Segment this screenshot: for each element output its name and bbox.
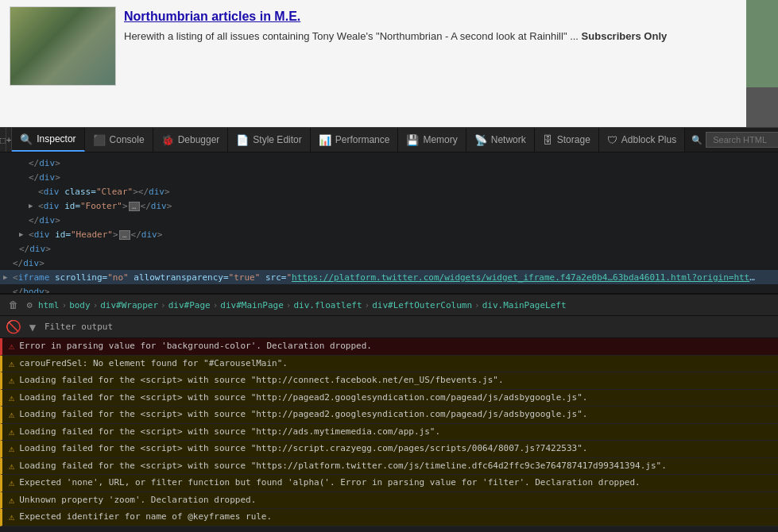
tab-inspector[interactable]: 🔍 Inspector (12, 128, 84, 152)
tab-console[interactable]: ⬛ Console (85, 128, 153, 152)
console-line: ⚠Loading failed for the <script> with so… (0, 407, 778, 424)
tab-style-editor-label: Style Editor (253, 134, 301, 145)
warn-icon: ⚠ (9, 511, 14, 522)
breadcrumb-sep: › (285, 300, 292, 310)
toolbar-plus-icon[interactable]: + (6, 128, 13, 152)
console-line: ⚠Expected 'none', URL, or filter functio… (0, 475, 778, 492)
filter-output-label: Filter output (45, 322, 113, 332)
html-line[interactable]: </body> (0, 284, 778, 294)
console-line-text: Loading failed for the <script> with sou… (19, 408, 587, 422)
tab-storage[interactable]: 🗄 Storage (535, 128, 599, 152)
article-text: Northumbrian articles in M.E. Herewith a… (124, 6, 667, 44)
arrow: ▶ (19, 230, 29, 238)
filter-icon-button[interactable]: ▼ (25, 320, 40, 334)
html-line-selected[interactable]: ▶ <iframe scrolling="no" allowtransparen… (0, 270, 778, 284)
breadcrumb-item-page[interactable]: div#Page (168, 300, 211, 310)
breadcrumb-sep: › (61, 300, 68, 310)
html-line[interactable]: </div> (0, 213, 778, 227)
html-line[interactable]: </div> (0, 241, 778, 256)
warn-icon: ⚠ (9, 409, 14, 420)
warn-icon: ⚠ (9, 477, 14, 488)
breadcrumb-sep: › (474, 300, 481, 310)
console-line: ⚠Expected identifier for name of @keyfra… (0, 509, 778, 526)
filter-bar: 🚫 ▼ Filter output (0, 316, 778, 338)
breadcrumb-sep: › (364, 300, 371, 310)
article-thumbnail (10, 6, 116, 86)
console-line-text: Loading failed for the <script> with sou… (19, 426, 440, 439)
console-line: ⚠Loading failed for the <script> with so… (0, 441, 778, 458)
console-line-text: Error in parsing value for 'background-c… (19, 340, 372, 353)
breadcrumb-item-floatleft[interactable]: div.floatleft (293, 300, 362, 310)
console-line: ⚠Loading failed for the <script> with so… (0, 390, 778, 407)
devtools-main: ⬚ + 🔍 Inspector ⬛ Console 🐞 Debugger 📄 S… (0, 127, 778, 532)
console-output[interactable]: ⚠Error in parsing value for 'background-… (0, 338, 778, 532)
collapsed-icon[interactable]: … (119, 230, 130, 240)
breadcrumb-sep: › (92, 300, 99, 310)
breadcrumb-trash-icon[interactable]: 🗑 (6, 299, 21, 310)
adblock-icon: 🛡 (607, 134, 617, 146)
console-line-text: Unknown property 'zoom'. Declaration dro… (19, 494, 256, 507)
tab-storage-label: Storage (557, 134, 590, 145)
tab-memory[interactable]: 💾 Memory (398, 128, 466, 152)
breadcrumb-item-leftoutercolumn[interactable]: div#LeftOuterColumn (372, 300, 472, 310)
breadcrumb-filter-icon[interactable]: ⚙ (22, 299, 37, 310)
console-line-text: Loading failed for the <script> with sou… (19, 442, 587, 456)
tab-network[interactable]: 📡 Network (466, 128, 535, 152)
html-line[interactable]: </div> (0, 156, 778, 170)
article-desc: Herewith a listing of all issues contain… (124, 29, 667, 44)
collapsed-icon[interactable]: … (129, 202, 140, 211)
article-title[interactable]: Northumbrian articles in M.E. (124, 10, 667, 24)
breadcrumb-item-html[interactable]: html (38, 300, 60, 310)
search-input[interactable] (706, 132, 778, 148)
right-panel-top (746, 0, 778, 87)
network-icon: 📡 (474, 134, 487, 146)
breadcrumb-item-mainpageleft[interactable]: div.MainPageLeft (482, 300, 567, 310)
article-description-text: Herewith a listing of all issues contain… (124, 30, 579, 42)
inspector-icon: 🔍 (20, 133, 33, 145)
warn-icon: ⚠ (9, 495, 14, 506)
warn-icon: ⚠ (9, 392, 14, 403)
tab-style-editor[interactable]: 📄 Style Editor (228, 128, 310, 152)
breadcrumb-sep: › (160, 300, 167, 310)
search-icon: 🔍 (691, 135, 703, 145)
console-line: ⚠carouFredSel: No element found for "#Ca… (0, 356, 778, 373)
article-card: Northumbrian articles in M.E. Herewith a… (0, 0, 676, 127)
breadcrumb-item-mainpage[interactable]: div#MainPage (220, 300, 283, 310)
warn-icon: ⚠ (9, 358, 14, 369)
console-line-text: Loading failed for the <script> with sou… (19, 391, 587, 405)
html-line[interactable]: ▶ <div id="Footer">…</div> (0, 199, 778, 213)
console-line-text: carouFredSel: No element found for "#Car… (19, 357, 288, 371)
console-line-text: Expected identifier for name of @keyfram… (19, 511, 272, 524)
tab-debugger[interactable]: 🐞 Debugger (153, 128, 229, 152)
console-line: ⚠Unknown property 'zoom'. Declaration dr… (0, 492, 778, 510)
console-line-text: Loading failed for the <script> with sou… (19, 374, 503, 387)
toolbar-inspect-icon[interactable]: ⬚ (0, 128, 6, 152)
warn-icon: ⚠ (9, 375, 14, 386)
right-panel (746, 0, 778, 127)
console-area: 🚫 ▼ Filter output ⚠Error in parsing valu… (0, 316, 778, 532)
arrow: ▶ (3, 273, 13, 281)
breadcrumb-item-wrapper[interactable]: div#Wrapper (100, 300, 158, 310)
right-panel-bottom (746, 87, 778, 127)
html-inspector-area: </div> </div> <div class="Clear"></div> … (0, 152, 778, 294)
breadcrumb-item-body[interactable]: body (69, 300, 91, 310)
memory-icon: 💾 (406, 134, 419, 146)
clear-console-button[interactable]: 🚫 (6, 320, 21, 334)
subscribers-label: Subscribers Only (582, 30, 668, 42)
html-line[interactable]: <div class="Clear"></div> (0, 184, 778, 199)
warn-icon: ⚠ (9, 426, 14, 438)
tab-performance-label: Performance (335, 134, 390, 145)
html-line[interactable]: </div> (0, 256, 778, 270)
devtools-toolbar: ⬚ + 🔍 Inspector ⬛ Console 🐞 Debugger 📄 S… (0, 127, 778, 152)
html-line[interactable]: </div> (0, 170, 778, 184)
warn-icon: ⚠ (9, 443, 14, 454)
error-icon: ⚠ (9, 341, 14, 352)
tab-debugger-label: Debugger (178, 134, 220, 145)
console-icon: ⬛ (93, 134, 106, 146)
tab-performance[interactable]: 📊 Performance (311, 128, 399, 152)
html-line[interactable]: ▶ <div id="Header">…</div> (0, 227, 778, 241)
tab-adblock[interactable]: 🛡 Adblock Plus (599, 128, 685, 152)
console-line-text: Loading failed for the <script> with sou… (19, 460, 667, 473)
tab-inspector-label: Inspector (37, 133, 75, 145)
breadcrumb-sep: › (212, 300, 219, 310)
